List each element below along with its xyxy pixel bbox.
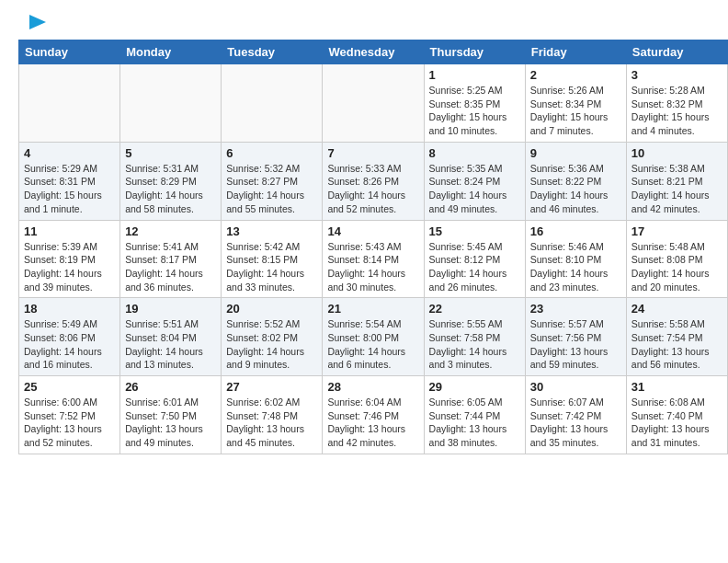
day-info: Sunrise: 5:43 AM Sunset: 8:14 PM Dayligh…: [327, 240, 418, 294]
day-number: 13: [226, 224, 317, 238]
day-info: Sunrise: 5:38 AM Sunset: 8:21 PM Dayligh…: [631, 162, 722, 216]
day-number: 15: [429, 224, 520, 238]
day-number: 5: [125, 146, 216, 160]
calendar-day-cell: 8Sunrise: 5:35 AM Sunset: 8:24 PM Daylig…: [424, 142, 525, 220]
calendar-day-cell: [222, 64, 323, 143]
calendar-day-cell: 31Sunrise: 6:08 AM Sunset: 7:40 PM Dayli…: [626, 376, 727, 454]
day-info: Sunrise: 5:35 AM Sunset: 8:24 PM Dayligh…: [429, 162, 520, 216]
calendar-week-row: 25Sunrise: 6:00 AM Sunset: 7:52 PM Dayli…: [19, 376, 728, 454]
day-number: 17: [631, 224, 722, 238]
day-info: Sunrise: 5:54 AM Sunset: 8:00 PM Dayligh…: [327, 317, 418, 372]
calendar-day-cell: 14Sunrise: 5:43 AM Sunset: 8:14 PM Dayli…: [323, 220, 424, 298]
day-info: Sunrise: 5:25 AM Sunset: 8:35 PM Dayligh…: [429, 84, 520, 138]
calendar-week-row: 4Sunrise: 5:29 AM Sunset: 8:31 PM Daylig…: [19, 142, 728, 220]
calendar-day-cell: 22Sunrise: 5:55 AM Sunset: 7:58 PM Dayli…: [424, 298, 525, 376]
day-number: 9: [530, 146, 621, 160]
day-info: Sunrise: 6:08 AM Sunset: 7:40 PM Dayligh…: [631, 396, 722, 450]
day-number: 25: [24, 380, 115, 394]
calendar-day-cell: 26Sunrise: 6:01 AM Sunset: 7:50 PM Dayli…: [120, 376, 222, 454]
day-number: 14: [327, 224, 418, 238]
day-info: Sunrise: 5:36 AM Sunset: 8:22 PM Dayligh…: [530, 162, 621, 216]
weekday-header-monday: Monday: [120, 40, 222, 64]
day-number: 6: [226, 146, 317, 160]
calendar-day-cell: 2Sunrise: 5:26 AM Sunset: 8:34 PM Daylig…: [525, 64, 626, 143]
day-number: 11: [24, 224, 115, 238]
calendar-day-cell: 10Sunrise: 5:38 AM Sunset: 8:21 PM Dayli…: [626, 142, 727, 220]
calendar-day-cell: 29Sunrise: 6:05 AM Sunset: 7:44 PM Dayli…: [424, 376, 525, 454]
weekday-header-sunday: Sunday: [19, 40, 120, 64]
day-info: Sunrise: 5:42 AM Sunset: 8:15 PM Dayligh…: [226, 240, 317, 294]
day-info: Sunrise: 5:51 AM Sunset: 8:04 PM Dayligh…: [125, 317, 216, 372]
day-number: 10: [631, 146, 722, 160]
day-number: 30: [530, 380, 621, 394]
day-info: Sunrise: 6:07 AM Sunset: 7:42 PM Dayligh…: [530, 396, 621, 450]
calendar-day-cell: 24Sunrise: 5:58 AM Sunset: 7:54 PM Dayli…: [626, 298, 727, 376]
calendar-day-cell: 7Sunrise: 5:33 AM Sunset: 8:26 PM Daylig…: [323, 142, 424, 220]
calendar-day-cell: 5Sunrise: 5:31 AM Sunset: 8:29 PM Daylig…: [120, 142, 222, 220]
day-info: Sunrise: 5:31 AM Sunset: 8:29 PM Dayligh…: [125, 162, 216, 216]
day-number: 27: [226, 380, 317, 394]
page-header: [0, 0, 728, 40]
calendar-week-row: 1Sunrise: 5:25 AM Sunset: 8:35 PM Daylig…: [19, 64, 728, 143]
day-info: Sunrise: 6:01 AM Sunset: 7:50 PM Dayligh…: [125, 396, 216, 450]
calendar-week-row: 11Sunrise: 5:39 AM Sunset: 8:19 PM Dayli…: [19, 220, 728, 298]
calendar-day-cell: 21Sunrise: 5:54 AM Sunset: 8:00 PM Dayli…: [323, 298, 424, 376]
calendar-day-cell: [323, 64, 424, 143]
weekday-header-saturday: Saturday: [626, 40, 727, 64]
day-info: Sunrise: 6:04 AM Sunset: 7:46 PM Dayligh…: [327, 396, 418, 450]
weekday-header-tuesday: Tuesday: [222, 40, 323, 64]
day-number: 20: [226, 302, 317, 316]
day-number: 3: [631, 68, 722, 82]
calendar-day-cell: 12Sunrise: 5:41 AM Sunset: 8:17 PM Dayli…: [120, 220, 222, 298]
calendar-day-cell: 1Sunrise: 5:25 AM Sunset: 8:35 PM Daylig…: [424, 64, 525, 143]
day-number: 18: [24, 302, 115, 316]
day-info: Sunrise: 5:33 AM Sunset: 8:26 PM Dayligh…: [327, 162, 418, 216]
calendar-day-cell: 20Sunrise: 5:52 AM Sunset: 8:02 PM Dayli…: [222, 298, 323, 376]
calendar-day-cell: 13Sunrise: 5:42 AM Sunset: 8:15 PM Dayli…: [222, 220, 323, 298]
calendar-day-cell: 28Sunrise: 6:04 AM Sunset: 7:46 PM Dayli…: [323, 376, 424, 454]
day-number: 4: [24, 146, 115, 160]
day-number: 31: [631, 380, 722, 394]
calendar-day-cell: 9Sunrise: 5:36 AM Sunset: 8:22 PM Daylig…: [525, 142, 626, 220]
day-number: 28: [327, 380, 418, 394]
calendar-table: SundayMondayTuesdayWednesdayThursdayFrid…: [18, 40, 728, 454]
calendar-day-cell: 11Sunrise: 5:39 AM Sunset: 8:19 PM Dayli…: [19, 220, 120, 298]
day-number: 23: [530, 302, 621, 316]
day-number: 2: [530, 68, 621, 82]
calendar-day-cell: 15Sunrise: 5:45 AM Sunset: 8:12 PM Dayli…: [424, 220, 525, 298]
day-info: Sunrise: 5:58 AM Sunset: 7:54 PM Dayligh…: [631, 317, 722, 372]
logo: [18, 9, 46, 35]
svg-marker-0: [29, 15, 46, 29]
calendar-day-cell: 19Sunrise: 5:51 AM Sunset: 8:04 PM Dayli…: [120, 298, 222, 376]
day-info: Sunrise: 5:45 AM Sunset: 8:12 PM Dayligh…: [429, 240, 520, 294]
calendar-day-cell: 17Sunrise: 5:48 AM Sunset: 8:08 PM Dayli…: [626, 220, 727, 298]
calendar-day-cell: 30Sunrise: 6:07 AM Sunset: 7:42 PM Dayli…: [525, 376, 626, 454]
calendar-day-cell: 27Sunrise: 6:02 AM Sunset: 7:48 PM Dayli…: [222, 376, 323, 454]
day-number: 22: [429, 302, 520, 316]
day-number: 7: [327, 146, 418, 160]
day-info: Sunrise: 5:28 AM Sunset: 8:32 PM Dayligh…: [631, 84, 722, 138]
calendar-day-cell: 16Sunrise: 5:46 AM Sunset: 8:10 PM Dayli…: [525, 220, 626, 298]
day-info: Sunrise: 5:57 AM Sunset: 7:56 PM Dayligh…: [530, 317, 621, 372]
calendar-day-cell: [120, 64, 222, 143]
calendar-day-cell: 6Sunrise: 5:32 AM Sunset: 8:27 PM Daylig…: [222, 142, 323, 220]
day-info: Sunrise: 5:55 AM Sunset: 7:58 PM Dayligh…: [429, 317, 520, 372]
calendar-day-cell: 18Sunrise: 5:49 AM Sunset: 8:06 PM Dayli…: [19, 298, 120, 376]
day-info: Sunrise: 5:52 AM Sunset: 8:02 PM Dayligh…: [226, 317, 317, 372]
weekday-header-thursday: Thursday: [424, 40, 525, 64]
day-number: 8: [429, 146, 520, 160]
day-info: Sunrise: 5:41 AM Sunset: 8:17 PM Dayligh…: [125, 240, 216, 294]
calendar-header-row: SundayMondayTuesdayWednesdayThursdayFrid…: [19, 40, 728, 64]
day-info: Sunrise: 5:46 AM Sunset: 8:10 PM Dayligh…: [530, 240, 621, 294]
day-info: Sunrise: 5:49 AM Sunset: 8:06 PM Dayligh…: [24, 317, 115, 372]
day-info: Sunrise: 5:48 AM Sunset: 8:08 PM Dayligh…: [631, 240, 722, 294]
calendar-day-cell: 23Sunrise: 5:57 AM Sunset: 7:56 PM Dayli…: [525, 298, 626, 376]
calendar-day-cell: 4Sunrise: 5:29 AM Sunset: 8:31 PM Daylig…: [19, 142, 120, 220]
logo-icon: [20, 9, 46, 35]
day-info: Sunrise: 6:00 AM Sunset: 7:52 PM Dayligh…: [24, 396, 115, 450]
day-info: Sunrise: 5:29 AM Sunset: 8:31 PM Dayligh…: [24, 162, 115, 216]
weekday-header-wednesday: Wednesday: [323, 40, 424, 64]
day-number: 29: [429, 380, 520, 394]
calendar-day-cell: 25Sunrise: 6:00 AM Sunset: 7:52 PM Dayli…: [19, 376, 120, 454]
weekday-header-friday: Friday: [525, 40, 626, 64]
